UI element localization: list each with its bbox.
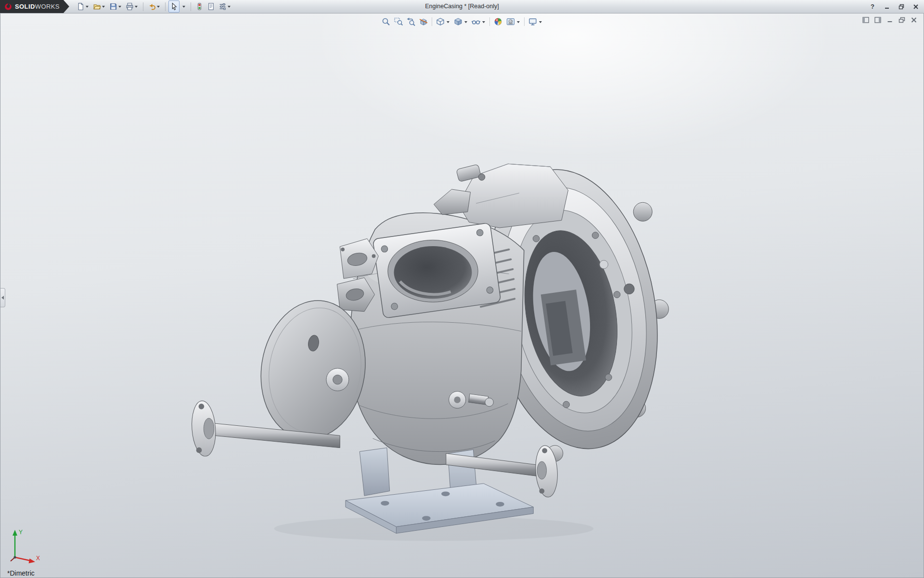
heads-up-view-toolbar bbox=[378, 15, 546, 28]
display-style-button[interactable] bbox=[453, 16, 469, 27]
doc-minimize-button[interactable] bbox=[886, 16, 894, 24]
flyout-left-arrow-icon bbox=[1, 296, 4, 300]
view-orientation-button[interactable] bbox=[435, 16, 451, 27]
minimize-button[interactable] bbox=[883, 2, 891, 11]
view-orientation-label: *Dimetric bbox=[7, 569, 35, 577]
hide-show-dropdown-arrow[interactable] bbox=[482, 21, 485, 23]
options-button[interactable] bbox=[217, 0, 233, 13]
hide-show-glasses-icon bbox=[471, 17, 481, 26]
toolbar-separator bbox=[165, 2, 166, 11]
triad-y-label: Y bbox=[19, 529, 23, 536]
zoom-to-fit-icon bbox=[381, 17, 391, 26]
section-view-button[interactable] bbox=[418, 16, 429, 27]
apply-scene-icon bbox=[506, 17, 515, 26]
brand-text: SOLIDWORKS bbox=[15, 3, 60, 10]
open-folder-icon bbox=[93, 2, 101, 11]
previous-view-button[interactable] bbox=[406, 16, 416, 27]
zoom-to-area-button[interactable] bbox=[393, 16, 404, 27]
save-floppy-icon bbox=[109, 2, 117, 11]
window-controls: ? bbox=[868, 0, 920, 13]
titlebar-toolbar bbox=[75, 0, 233, 13]
new-document-button[interactable] bbox=[75, 0, 91, 13]
doc-close-icon bbox=[911, 17, 917, 23]
new-document-icon bbox=[77, 2, 85, 11]
graphics-area[interactable]: Y X *Dimetric bbox=[0, 13, 924, 578]
model-carb-flange bbox=[372, 223, 501, 318]
previous-view-icon bbox=[406, 17, 416, 26]
view-orientation-dropdown-arrow[interactable] bbox=[447, 21, 449, 23]
restore-icon bbox=[898, 4, 904, 10]
pane-flyout-tab[interactable] bbox=[0, 288, 5, 307]
display-style-dropdown-arrow[interactable] bbox=[464, 21, 467, 23]
undo-dropdown-arrow[interactable] bbox=[157, 6, 160, 8]
titlebar: SOLIDWORKS bbox=[0, 0, 924, 13]
hud-separator bbox=[432, 17, 432, 26]
options-sliders-icon bbox=[218, 2, 227, 11]
doc-restore-button[interactable] bbox=[898, 16, 906, 24]
doc-minimize-icon bbox=[886, 17, 893, 23]
print-dropdown-arrow[interactable] bbox=[135, 6, 138, 8]
open-button[interactable] bbox=[91, 0, 107, 13]
zoom-to-fit-button[interactable] bbox=[381, 16, 391, 27]
view-settings-dropdown-arrow[interactable] bbox=[539, 21, 542, 23]
rebuild-button[interactable] bbox=[194, 0, 205, 13]
print-icon bbox=[126, 2, 134, 11]
edit-appearance-button[interactable] bbox=[493, 16, 503, 27]
close-icon bbox=[913, 4, 919, 10]
file-properties-button[interactable] bbox=[205, 0, 217, 13]
minimize-icon bbox=[884, 4, 890, 10]
close-button[interactable] bbox=[911, 2, 920, 11]
rebuild-traffic-light-icon bbox=[195, 2, 204, 11]
save-button[interactable] bbox=[108, 0, 124, 13]
undo-button[interactable] bbox=[146, 0, 162, 13]
select-cursor-icon bbox=[170, 2, 178, 11]
select-button[interactable] bbox=[168, 0, 180, 13]
help-button[interactable]: ? bbox=[868, 2, 877, 11]
engine-casing-model[interactable] bbox=[0, 13, 924, 578]
select-dropdown-arrow bbox=[182, 6, 185, 8]
display-pane-icon bbox=[874, 17, 881, 23]
save-dropdown-arrow[interactable] bbox=[118, 6, 121, 8]
document-window-controls bbox=[862, 16, 918, 24]
hud-separator bbox=[524, 17, 525, 26]
view-settings-monitor-icon bbox=[528, 17, 538, 26]
display-pane-button[interactable] bbox=[874, 16, 882, 24]
view-settings-button[interactable] bbox=[527, 16, 543, 27]
toolbar-separator bbox=[143, 2, 143, 11]
undo-arrow-icon bbox=[148, 2, 156, 11]
new-dropdown-arrow[interactable] bbox=[86, 6, 89, 8]
reference-triad: Y X bbox=[6, 525, 42, 566]
apply-scene-dropdown-arrow[interactable] bbox=[517, 21, 520, 23]
featuremanager-pane-button[interactable] bbox=[862, 16, 870, 24]
edit-appearance-ball-icon bbox=[493, 17, 503, 26]
options-dropdown-arrow[interactable] bbox=[228, 6, 231, 8]
print-button[interactable] bbox=[124, 0, 140, 13]
display-style-cube-icon bbox=[453, 17, 463, 26]
zoom-to-area-icon bbox=[394, 17, 403, 26]
solidworks-logo: SOLIDWORKS bbox=[0, 0, 69, 13]
window-title: EngineCasing * [Read-only] bbox=[425, 3, 499, 10]
hud-separator bbox=[489, 17, 490, 26]
restore-button[interactable] bbox=[897, 2, 906, 11]
open-dropdown-arrow[interactable] bbox=[102, 6, 105, 8]
doc-close-button[interactable] bbox=[910, 16, 918, 24]
featuremanager-pane-icon bbox=[862, 17, 869, 23]
dassault-systemes-logo-icon bbox=[4, 3, 12, 11]
toolbar-separator bbox=[191, 2, 191, 11]
section-view-icon bbox=[419, 17, 428, 26]
apply-scene-button[interactable] bbox=[505, 16, 521, 27]
view-orientation-cube-icon bbox=[436, 17, 445, 26]
select-dropdown-button[interactable] bbox=[180, 0, 188, 13]
doc-restore-icon bbox=[898, 17, 905, 23]
triad-x-label: X bbox=[36, 555, 40, 562]
hide-show-items-button[interactable] bbox=[471, 16, 487, 27]
file-properties-icon bbox=[207, 2, 215, 11]
